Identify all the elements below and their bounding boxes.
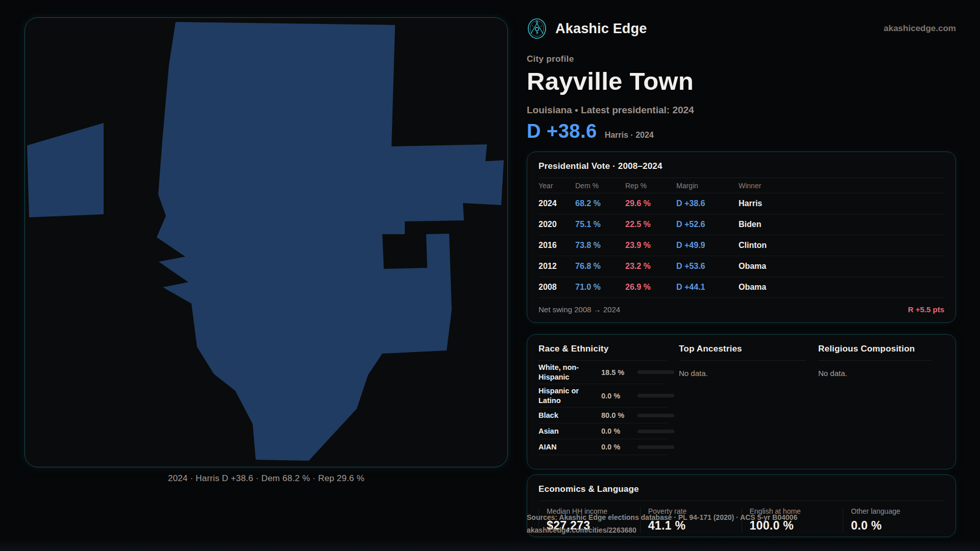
cell-rep-pct: 29.6 % bbox=[625, 199, 676, 208]
religious-composition-title: Religious Composition bbox=[818, 344, 932, 361]
vote-table-header: Year Dem % Rep % Margin Winner bbox=[538, 178, 944, 193]
race-list: White, non-Hispanic 18.5 % Hispanic or L… bbox=[538, 361, 679, 455]
cell-dem-pct: 73.8 % bbox=[575, 241, 625, 250]
economics-stat-label: Other language bbox=[851, 507, 944, 515]
net-swing-label: Net swing 2008 → 2024 bbox=[538, 305, 620, 314]
cell-year: 2016 bbox=[538, 241, 575, 250]
city-boundary-main bbox=[157, 22, 504, 461]
footer-permalink[interactable]: akashicedge.com/cities/2263680 bbox=[527, 524, 797, 537]
col-winner: Winner bbox=[739, 182, 944, 190]
cell-year: 2020 bbox=[538, 220, 575, 229]
cell-winner: Harris bbox=[739, 199, 944, 208]
race-label: Hispanic or Latino bbox=[538, 384, 596, 407]
race-bar-track bbox=[638, 430, 674, 433]
cell-margin: D +53.6 bbox=[676, 262, 739, 271]
race-row: Hispanic or Latino 0.0 % bbox=[538, 384, 667, 408]
race-label: White, non-Hispanic bbox=[538, 361, 596, 383]
cell-margin: D +49.9 bbox=[676, 241, 739, 250]
cell-dem-pct: 71.0 % bbox=[575, 283, 625, 292]
profile-panel: Akashic Edge akashicedge.com City profil… bbox=[527, 0, 956, 551]
city-map[interactable] bbox=[24, 17, 508, 467]
race-row: AIAN 0.0 % bbox=[538, 439, 667, 455]
cell-year: 2008 bbox=[538, 283, 575, 292]
religious-composition-section: Religious Composition No data. bbox=[818, 344, 944, 460]
headline-margin-note: Harris · 2024 bbox=[605, 131, 654, 140]
race-bar-track bbox=[638, 414, 674, 417]
race-row: Asian 0.0 % bbox=[538, 423, 667, 439]
cell-rep-pct: 23.9 % bbox=[625, 241, 676, 250]
bottom-strip bbox=[0, 541, 980, 551]
race-value: 0.0 % bbox=[601, 392, 632, 400]
vote-table-row: 2024 68.2 % 29.6 % D +38.6 Harris bbox=[538, 193, 944, 214]
cell-winner: Obama bbox=[739, 262, 944, 271]
akashic-edge-logo-icon[interactable] bbox=[527, 17, 547, 40]
religious-composition-empty: No data. bbox=[818, 369, 944, 378]
cell-margin: D +52.6 bbox=[676, 220, 739, 229]
cell-dem-pct: 75.1 % bbox=[575, 220, 625, 229]
presidential-vote-title: Presidential Vote · 2008–2024 bbox=[538, 161, 944, 178]
economics-stat: Other language 0.0 % bbox=[843, 507, 944, 533]
cell-winner: Obama bbox=[739, 283, 944, 292]
site-domain-link[interactable]: akashicedge.com bbox=[884, 23, 956, 34]
cell-year: 2012 bbox=[538, 262, 575, 271]
race-bar-track bbox=[638, 370, 674, 374]
col-margin: Margin bbox=[676, 182, 739, 190]
vote-table-body: 2024 68.2 % 29.6 % D +38.6 Harris 2020 7… bbox=[538, 193, 944, 298]
headline-margin-value: D +38.6 bbox=[527, 120, 597, 142]
race-value: 0.0 % bbox=[601, 427, 632, 435]
vote-table-row: 2016 73.8 % 23.9 % D +49.9 Clinton bbox=[538, 235, 944, 256]
page-title: Rayville Town bbox=[527, 67, 694, 95]
col-dem: Dem % bbox=[575, 182, 625, 190]
economics-stat-value: 0.0 % bbox=[851, 519, 944, 533]
race-row: White, non-Hispanic 18.5 % bbox=[538, 361, 667, 384]
headline-margin-row: D +38.6 Harris · 2024 bbox=[527, 120, 654, 142]
footer-sources: Sources: Akashic Edge elections database… bbox=[527, 511, 797, 524]
footer: Sources: Akashic Edge elections database… bbox=[527, 511, 797, 536]
cell-dem-pct: 68.2 % bbox=[575, 199, 625, 208]
net-swing-value: R +5.5 pts bbox=[908, 305, 944, 314]
map-caption: 2024 · Harris D +38.6 · Dem 68.2 % · Rep… bbox=[24, 473, 508, 484]
race-label: Black bbox=[538, 409, 596, 422]
brand-name: Akashic Edge bbox=[555, 21, 647, 37]
race-row: Black 80.0 % bbox=[538, 408, 667, 423]
race-ethnicity-section: Race & Ethnicity White, non-Hispanic 18.… bbox=[538, 344, 679, 460]
cell-rep-pct: 23.2 % bbox=[625, 262, 676, 271]
race-bar-track bbox=[638, 445, 674, 449]
vote-table-row: 2012 76.8 % 23.2 % D +53.6 Obama bbox=[538, 256, 944, 277]
kicker-city-profile: City profile bbox=[527, 54, 574, 64]
col-year: Year bbox=[538, 182, 575, 190]
top-ancestries-empty: No data. bbox=[679, 369, 818, 378]
col-rep: Rep % bbox=[625, 182, 676, 190]
city-boundary-exclave bbox=[27, 123, 104, 217]
net-swing-row: Net swing 2008 → 2024 R +5.5 pts bbox=[538, 299, 944, 319]
cell-year: 2024 bbox=[538, 199, 575, 208]
race-value: 80.0 % bbox=[601, 411, 632, 419]
cell-margin: D +44.1 bbox=[676, 283, 739, 292]
city-boundary-svg bbox=[25, 18, 508, 467]
cell-winner: Clinton bbox=[739, 241, 944, 250]
top-ancestries-title: Top Ancestries bbox=[679, 344, 806, 361]
race-ethnicity-title: Race & Ethnicity bbox=[538, 344, 667, 361]
cell-rep-pct: 26.9 % bbox=[625, 283, 676, 292]
vote-table-row: 2020 75.1 % 22.5 % D +52.6 Biden bbox=[538, 214, 944, 235]
cell-rep-pct: 22.5 % bbox=[625, 220, 676, 229]
cell-winner: Biden bbox=[739, 220, 944, 229]
presidential-vote-card: Presidential Vote · 2008–2024 Year Dem %… bbox=[527, 152, 956, 323]
race-bar-track bbox=[638, 394, 674, 397]
race-label: Asian bbox=[538, 424, 596, 438]
page-subtitle: Louisiana • Latest presidential: 2024 bbox=[527, 105, 694, 116]
race-value: 0.0 % bbox=[601, 443, 632, 451]
top-ancestries-section: Top Ancestries No data. bbox=[679, 344, 818, 460]
cell-margin: D +38.6 bbox=[676, 199, 739, 208]
demographics-card: Race & Ethnicity White, non-Hispanic 18.… bbox=[527, 334, 956, 469]
race-label: AIAN bbox=[538, 440, 596, 454]
site-header: Akashic Edge akashicedge.com bbox=[527, 17, 956, 40]
vote-table-row: 2008 71.0 % 26.9 % D +44.1 Obama bbox=[538, 277, 944, 298]
cell-dem-pct: 76.8 % bbox=[575, 262, 625, 271]
economics-title: Economics & Language bbox=[538, 484, 944, 501]
race-value: 18.5 % bbox=[601, 368, 632, 377]
